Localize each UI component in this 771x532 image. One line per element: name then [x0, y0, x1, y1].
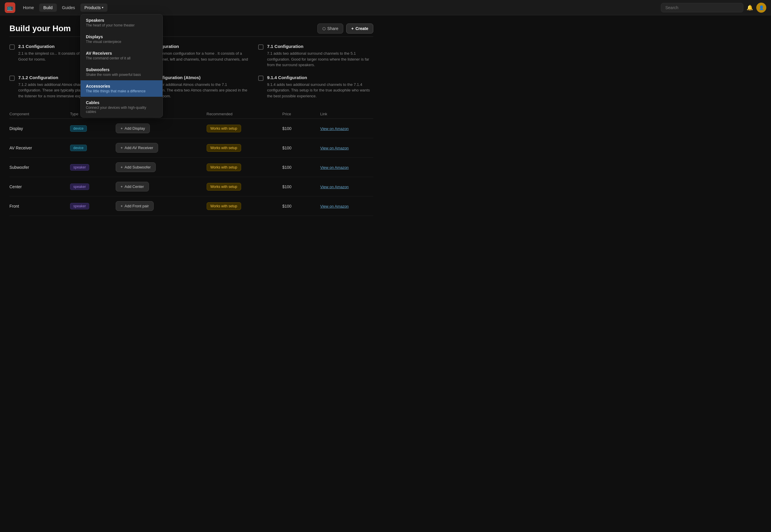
- config-checkbox-21[interactable]: [9, 44, 15, 50]
- cell-recommended-4: Works with setup: [207, 196, 283, 216]
- component-table: Component Type Selection Recommended Pri…: [9, 109, 373, 216]
- price-value-3: $100: [282, 184, 292, 189]
- dropdown-item-speakers-sub: The heart of your home theater: [86, 23, 157, 27]
- dropdown-item-cables[interactable]: Cables Connect your devices with high-qu…: [81, 97, 162, 117]
- dropdown-item-acc-sub: The little things that make a difference: [86, 89, 157, 93]
- config-checkbox-712[interactable]: [9, 76, 15, 81]
- share-button[interactable]: ⬡ Share: [317, 24, 343, 34]
- avatar[interactable]: 👤: [756, 3, 766, 13]
- cell-selection-1: + Add AV Receiver: [116, 138, 207, 158]
- config-title-71: 7.1 Configuration: [267, 44, 373, 49]
- dropdown-item-av-receivers[interactable]: AV Receivers The command center of it al…: [81, 47, 162, 64]
- navbar: 📺 Home Build Guides Products ▾ Speakers …: [0, 0, 771, 15]
- type-badge-0: device: [70, 125, 87, 132]
- table-row: Front speaker + Add Front pair Works wit…: [9, 196, 373, 216]
- main-content: Build your Hom ⬡ Share + Create 2.1 Conf…: [0, 15, 383, 224]
- cell-component-0: Display: [9, 119, 70, 138]
- dropdown-item-accessories[interactable]: Accessories The little things that make …: [81, 80, 162, 97]
- create-button[interactable]: + Create: [346, 24, 373, 34]
- cell-type-2: speaker: [70, 158, 116, 177]
- divider: [9, 36, 373, 37]
- config-checkbox-914b[interactable]: [258, 76, 264, 81]
- dropdown-item-speakers[interactable]: Speakers The heart of your home theater: [81, 14, 162, 31]
- add-subwoofer-button[interactable]: + Add Subwoofer: [116, 162, 156, 172]
- plus-icon: +: [121, 204, 123, 208]
- add-display-button[interactable]: + Add Display: [116, 124, 150, 133]
- cell-component-3: Center: [9, 177, 70, 196]
- page-header: Build your Hom ⬡ Share + Create: [9, 24, 373, 34]
- cell-price-3: $100: [282, 177, 320, 196]
- cell-link-0: View on Amazon: [320, 119, 373, 138]
- amazon-link-2[interactable]: View on Amazon: [320, 165, 349, 170]
- works-with-badge-0: Works with setup: [207, 125, 241, 132]
- share-icon: ⬡: [322, 26, 326, 31]
- header-actions: ⬡ Share + Create: [317, 24, 373, 34]
- config-card-914b: 9.1.4 Configuration 9.1.4 adds two addit…: [258, 75, 373, 99]
- dropdown-item-displays[interactable]: Displays The visual centerpiece: [81, 31, 162, 47]
- type-badge-3: speaker: [70, 184, 89, 190]
- amazon-link-0[interactable]: View on Amazon: [320, 126, 349, 131]
- guides-button[interactable]: Guides: [58, 4, 79, 12]
- cell-selection-4: + Add Front pair: [116, 196, 207, 216]
- price-value-1: $100: [282, 146, 292, 150]
- notifications-button[interactable]: 🔔: [745, 2, 755, 13]
- cell-type-4: speaker: [70, 196, 116, 216]
- table-row: Subwoofer speaker + Add Subwoofer Works …: [9, 158, 373, 177]
- config-checkbox-71[interactable]: [258, 44, 264, 50]
- plus-icon: +: [121, 184, 123, 189]
- amazon-link-1[interactable]: View on Amazon: [320, 146, 349, 150]
- cell-type-1: device: [70, 138, 116, 158]
- chevron-down-icon: ▾: [102, 6, 103, 9]
- cell-recommended-3: Works with setup: [207, 177, 283, 196]
- plus-icon: +: [121, 126, 123, 131]
- type-badge-1: device: [70, 145, 87, 151]
- price-value-0: $100: [282, 126, 292, 131]
- cell-link-1: View on Amazon: [320, 138, 373, 158]
- amazon-link-4[interactable]: View on Amazon: [320, 204, 349, 209]
- table-row: Display device + Add Display Works with …: [9, 119, 373, 138]
- add-center-button[interactable]: + Add Center: [116, 182, 149, 191]
- config-desc-71: 7.1 adds two additional surround channel…: [267, 51, 373, 68]
- cell-price-4: $100: [282, 196, 320, 216]
- add-av-receiver-button[interactable]: + Add AV Receiver: [116, 143, 158, 153]
- dropdown-item-av-title: AV Receivers: [86, 51, 157, 56]
- dropdown-item-displays-title: Displays: [86, 34, 157, 39]
- cell-price-1: $100: [282, 138, 320, 158]
- cell-type-3: speaker: [70, 177, 116, 196]
- cell-selection-3: + Add Center: [116, 177, 207, 196]
- dropdown-item-cables-sub: Connect your devices with high-quality c…: [86, 106, 157, 114]
- amazon-link-3[interactable]: View on Amazon: [320, 185, 349, 189]
- config-content-71: 7.1 Configuration 7.1 adds two additiona…: [267, 44, 373, 68]
- cell-link-3: View on Amazon: [320, 177, 373, 196]
- th-price: Price: [282, 109, 320, 119]
- works-with-badge-4: Works with setup: [207, 202, 241, 210]
- th-recommended: Recommended: [207, 109, 283, 119]
- search-input[interactable]: [661, 3, 743, 12]
- config-content-914b: 9.1.4 Configuration 9.1.4 adds two addit…: [267, 75, 373, 99]
- cell-link-4: View on Amazon: [320, 196, 373, 216]
- config-card-71: 7.1 Configuration 7.1 adds two additiona…: [258, 44, 373, 68]
- plus-icon: +: [351, 26, 354, 31]
- cell-link-2: View on Amazon: [320, 158, 373, 177]
- build-button[interactable]: Build: [39, 4, 56, 12]
- home-button[interactable]: Home: [19, 4, 38, 12]
- price-value-4: $100: [282, 204, 292, 209]
- dropdown-item-av-sub: The command center of it all: [86, 56, 157, 60]
- configurations-grid: 2.1 Configuration 2.1 is the simplest co…: [9, 44, 373, 99]
- works-with-badge-2: Works with setup: [207, 164, 241, 171]
- cell-component-1: AV Receiver: [9, 138, 70, 158]
- logo-icon[interactable]: 📺: [5, 2, 15, 13]
- config-title-914b: 9.1.4 Configuration: [267, 75, 373, 80]
- type-badge-2: speaker: [70, 164, 89, 171]
- products-button[interactable]: Products ▾: [80, 4, 107, 12]
- page-title: Build your Hom: [9, 24, 71, 33]
- cell-selection-2: + Add Subwoofer: [116, 158, 207, 177]
- table-row: Center speaker + Add Center Works with s…: [9, 177, 373, 196]
- works-with-badge-1: Works with setup: [207, 144, 241, 152]
- add-front-button[interactable]: + Add Front pair: [116, 201, 154, 211]
- table-row: AV Receiver device + Add AV Receiver Wor…: [9, 138, 373, 158]
- cell-price-2: $100: [282, 158, 320, 177]
- dropdown-item-displays-sub: The visual centerpiece: [86, 40, 157, 44]
- cell-recommended-0: Works with setup: [207, 119, 283, 138]
- dropdown-item-subwoofers[interactable]: Subwoofers Shake the room with powerful …: [81, 64, 162, 80]
